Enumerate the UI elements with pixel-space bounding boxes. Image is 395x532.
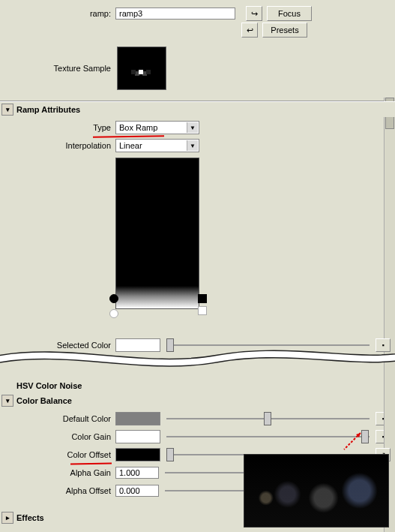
section-color-balance[interactable]: ▾ Color Balance bbox=[0, 393, 395, 408]
alpha-offset-label: Alpha Offset bbox=[4, 486, 115, 495]
collapse-toggle-icon[interactable]: ▾ bbox=[1, 395, 13, 407]
annotation-mark bbox=[70, 461, 112, 465]
interpolation-label: Interpolation bbox=[4, 141, 115, 150]
interpolation-select[interactable] bbox=[115, 139, 199, 152]
default-color-label: Default Color bbox=[4, 414, 115, 423]
color-offset-label: Color Offset bbox=[4, 450, 115, 459]
color-offset-swatch[interactable] bbox=[115, 448, 160, 461]
ramp-preview[interactable] bbox=[115, 158, 199, 309]
section-hsv-color-noise[interactable]: ▾ HSV Color Noise bbox=[0, 378, 395, 393]
ramp-name-input[interactable] bbox=[115, 8, 235, 20]
ramp-handle-selected-icon[interactable] bbox=[109, 294, 118, 303]
color-gain-label: Color Gain bbox=[4, 432, 115, 441]
alpha-gain-label: Alpha Gain bbox=[4, 468, 115, 477]
type-select[interactable] bbox=[115, 121, 199, 134]
ramp-color-stop[interactable] bbox=[198, 294, 207, 303]
section-title: Ramp Attributes bbox=[16, 105, 80, 114]
color-gain-swatch[interactable] bbox=[115, 430, 160, 443]
annotation-mark bbox=[93, 133, 164, 138]
torn-page-divider bbox=[0, 342, 395, 369]
section-title: Effects bbox=[16, 513, 44, 522]
texture-sample-swatch[interactable] bbox=[117, 47, 166, 90]
go-into-icon[interactable]: ↪ bbox=[246, 6, 262, 21]
alpha-gain-input[interactable] bbox=[115, 467, 159, 479]
alpha-offset-input[interactable] bbox=[115, 485, 159, 497]
collapse-toggle-icon[interactable]: ▾ bbox=[1, 104, 13, 116]
default-color-slider[interactable] bbox=[166, 418, 370, 419]
type-label: Type bbox=[4, 123, 115, 132]
go-out-icon[interactable]: ↩ bbox=[241, 23, 258, 38]
ramp-label: ramp: bbox=[4, 9, 115, 18]
color-gain-slider[interactable] bbox=[166, 436, 370, 437]
texture-sample-label: Texture Sample bbox=[4, 64, 117, 73]
ramp-color-stop[interactable] bbox=[198, 306, 207, 315]
default-color-swatch[interactable] bbox=[115, 412, 160, 425]
section-title: Color Balance bbox=[16, 396, 72, 405]
presets-button[interactable]: Presets bbox=[262, 23, 307, 38]
collapse-toggle-icon[interactable]: ▸ bbox=[1, 512, 13, 524]
environment-preview bbox=[244, 454, 389, 527]
ramp-handle-icon[interactable] bbox=[109, 309, 118, 318]
focus-button[interactable]: Focus bbox=[267, 6, 312, 21]
section-ramp-attributes[interactable]: ▾ Ramp Attributes bbox=[0, 102, 395, 117]
section-title: HSV Color Noise bbox=[16, 381, 82, 390]
